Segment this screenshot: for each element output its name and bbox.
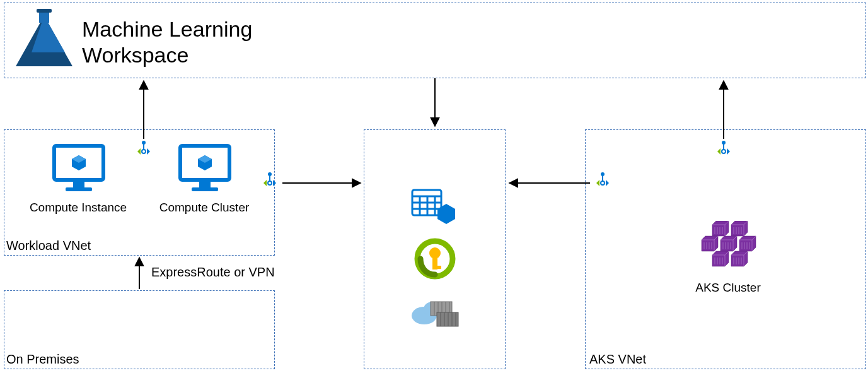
ml-workspace-title-line2: Workspace [82, 43, 188, 67]
workload-vnet-label: Workload VNet [6, 239, 91, 253]
ml-workspace-title: Machine Learning Workspace [82, 16, 252, 68]
ml-workspace-title-line1: Machine Learning [82, 17, 252, 41]
aks-vnet-box [585, 129, 866, 369]
expressroute-label: ExpressRoute or VPN [151, 265, 275, 280]
services-box [364, 129, 506, 369]
compute-cluster-label: Compute Cluster [154, 201, 255, 215]
aks-cluster-label: AKS Cluster [690, 281, 766, 295]
on-premises-label: On Premises [6, 352, 79, 367]
compute-instance-label: Compute Instance [28, 201, 129, 215]
workload-vnet-box [4, 129, 275, 256]
aks-vnet-label: AKS VNet [589, 352, 646, 367]
